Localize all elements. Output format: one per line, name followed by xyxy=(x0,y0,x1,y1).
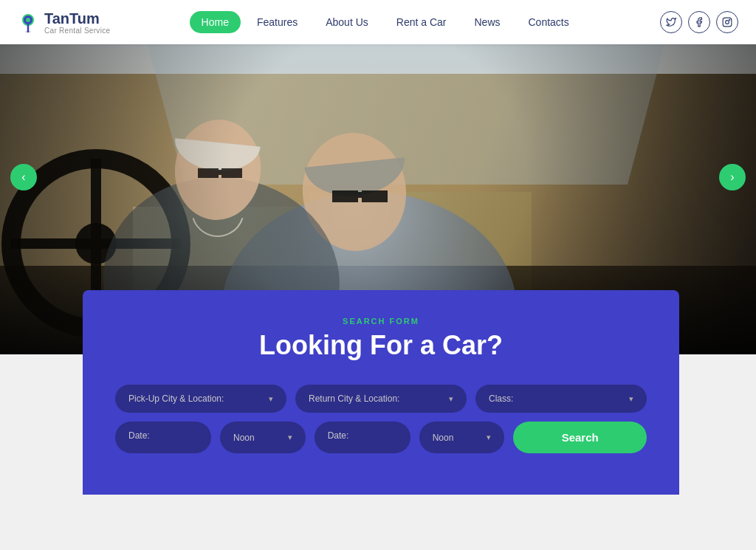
noon1-dropdown[interactable]: Noon ▾ xyxy=(220,422,306,453)
svg-rect-3 xyxy=(723,18,732,27)
date2-field[interactable]: Date: xyxy=(315,422,410,453)
search-section: SEARCH FORM Looking For a Car? Pick-Up C… xyxy=(83,290,679,495)
class-chevron-icon: ▾ xyxy=(629,394,633,404)
nav-item-features[interactable]: Features xyxy=(245,11,309,33)
bottom-gray-area xyxy=(0,502,756,550)
logo-icon xyxy=(18,12,38,32)
facebook-button[interactable] xyxy=(688,11,710,33)
date1-field[interactable]: Date: xyxy=(115,422,211,453)
return-label: Return City & Location: xyxy=(309,393,399,404)
pickup-label: Pick-Up City & Location: xyxy=(128,393,224,404)
noon1-label: Noon xyxy=(233,433,255,443)
social-icons xyxy=(660,11,738,33)
class-label: Class: xyxy=(489,393,513,404)
noon2-dropdown[interactable]: Noon ▾ xyxy=(419,422,505,453)
nav-item-news[interactable]: News xyxy=(462,11,512,33)
noon2-label: Noon xyxy=(433,433,454,443)
date1-label: Date: xyxy=(128,430,150,441)
nav-item-home[interactable]: Home xyxy=(190,11,241,33)
pickup-chevron-icon: ▾ xyxy=(269,394,273,404)
svg-point-2 xyxy=(25,31,31,33)
return-dropdown[interactable]: Return City & Location: ▾ xyxy=(295,385,467,413)
class-dropdown[interactable]: Class: ▾ xyxy=(475,385,647,413)
main-nav: Home Features About Us Rent a Car News C… xyxy=(190,11,581,33)
instagram-button[interactable] xyxy=(716,11,738,33)
pickup-dropdown[interactable]: Pick-Up City & Location: ▾ xyxy=(115,385,286,413)
nav-item-contacts[interactable]: Contacts xyxy=(517,11,581,33)
search-title: Looking For a Car? xyxy=(115,330,647,361)
return-chevron-icon: ▾ xyxy=(449,394,453,404)
nav-item-rent[interactable]: Rent a Car xyxy=(385,11,458,33)
noon1-chevron-icon: ▾ xyxy=(288,433,292,442)
svg-point-4 xyxy=(726,21,729,24)
logo-subtitle: Car Rental Service xyxy=(44,27,110,35)
carousel-next-button[interactable]: › xyxy=(719,164,746,190)
search-button[interactable]: Search xyxy=(513,422,647,453)
search-form-label: SEARCH FORM xyxy=(115,317,647,326)
logo-title: TanTum xyxy=(44,10,110,27)
twitter-button[interactable] xyxy=(660,11,682,33)
noon2-chevron-icon: ▾ xyxy=(487,433,491,442)
header: TanTum Car Rental Service Home Features … xyxy=(0,0,756,44)
logo: TanTum Car Rental Service xyxy=(18,10,110,35)
logo-text: TanTum Car Rental Service xyxy=(44,10,110,35)
date2-label: Date: xyxy=(328,430,349,441)
svg-point-5 xyxy=(729,19,730,20)
search-row-2: Date: Noon ▾ Date: Noon ▾ Search xyxy=(115,422,647,453)
search-row-1: Pick-Up City & Location: ▾ Return City &… xyxy=(115,385,647,413)
svg-point-1 xyxy=(26,18,30,22)
nav-item-about[interactable]: About Us xyxy=(314,11,380,33)
carousel-prev-button[interactable]: ‹ xyxy=(10,164,37,190)
